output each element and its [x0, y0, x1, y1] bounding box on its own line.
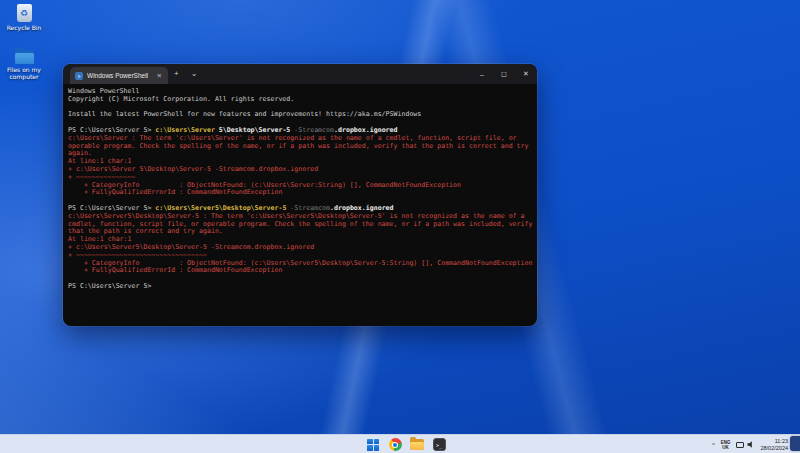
terminal-line: Copyright (C) Microsoft Corporation. All… — [68, 96, 537, 104]
terminal-line: again. — [68, 150, 537, 158]
terminal-line: operable program. Check the spelling of … — [68, 143, 537, 151]
terminal-icon: >_ — [433, 438, 446, 451]
desktop: ♻ Recycle Bin Files on my computer > Win… — [0, 0, 800, 453]
terminal-line: + FullyQualifiedErrorId : CommandNotFoun… — [68, 189, 537, 197]
network-icon — [736, 442, 744, 448]
terminal-line: that the path is correct and try again. — [68, 228, 537, 236]
windows-logo-icon — [367, 439, 379, 451]
start-button[interactable] — [366, 438, 380, 452]
folder-icon — [15, 50, 34, 64]
chrome-icon — [389, 438, 402, 451]
tab-windows-powershell[interactable]: > Windows PowerShell ✕ — [70, 67, 168, 84]
taskbar-center: >_ — [366, 435, 446, 453]
close-button[interactable]: ✕ — [515, 64, 537, 84]
date-text: 28/02/2024 — [760, 445, 788, 452]
taskbar: >_ ^ ENG UK 11:23 28/02/2024 — [0, 434, 800, 453]
desktop-icon-label: Recycle Bin — [7, 24, 42, 31]
minimize-button[interactable]: – — [471, 64, 493, 84]
volume-icon — [747, 441, 754, 448]
desktop-icon-recycle-bin[interactable]: ♻ Recycle Bin — [1, 4, 47, 31]
quick-settings[interactable] — [736, 441, 754, 448]
notification-badge[interactable] — [790, 436, 800, 451]
desktop-icon-files-on-my-computer[interactable]: Files on my computer — [1, 47, 47, 80]
powershell-window: > Windows PowerShell ✕ + ⌄ – ◻ ✕ Windows… — [63, 64, 537, 326]
tab-close-icon[interactable]: ✕ — [156, 71, 163, 81]
system-tray: ^ ENG UK 11:23 28/02/2024 — [712, 435, 788, 453]
desktop-icon-label: Files on my computer — [1, 66, 47, 80]
taskbar-item-chrome[interactable] — [388, 438, 402, 452]
powershell-icon: > — [75, 72, 83, 80]
language-indicator[interactable]: ENG UK — [721, 440, 731, 450]
tray-chevron-icon[interactable]: ^ — [712, 442, 715, 448]
clock[interactable]: 11:23 28/02/2024 — [760, 438, 788, 451]
tab-title: Windows PowerShell — [87, 72, 152, 79]
terminal-line: PS C:\Users\Server 5> — [68, 283, 537, 291]
taskbar-item-terminal[interactable]: >_ — [432, 438, 446, 452]
window-titlebar[interactable]: > Windows PowerShell ✕ + ⌄ – ◻ ✕ — [63, 64, 537, 84]
window-controls: – ◻ ✕ — [471, 64, 537, 84]
tab-dropdown-icon[interactable]: ⌄ — [185, 64, 204, 84]
recycle-bin-icon: ♻ — [17, 4, 32, 22]
terminal-output[interactable]: Windows PowerShellCopyright (C) Microsof… — [63, 84, 537, 291]
new-tab-button[interactable]: + — [168, 64, 185, 84]
terminal-line: + c:\Users\Server 5\Desktop\Server-5 -St… — [68, 166, 537, 174]
maximize-button[interactable]: ◻ — [493, 64, 515, 84]
terminal-line: Install the latest PowerShell for new fe… — [68, 111, 537, 119]
terminal-line: + FullyQualifiedErrorId : CommandNotFoun… — [68, 267, 537, 275]
taskbar-item-file-explorer[interactable] — [410, 438, 424, 452]
language-line2: UK — [722, 445, 729, 450]
folder-icon — [410, 439, 424, 450]
